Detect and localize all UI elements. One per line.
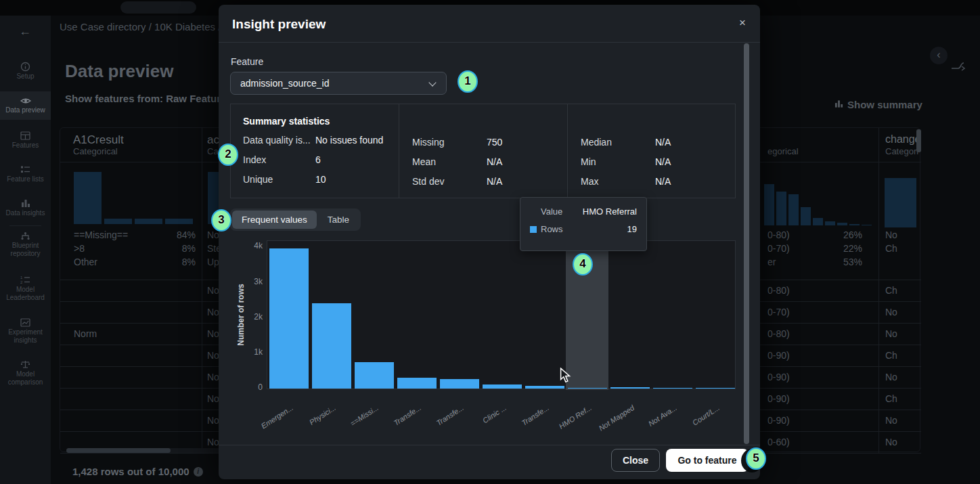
eye-icon	[20, 95, 31, 105]
stat-label: Std dev	[412, 176, 444, 187]
sidebar-item-setup[interactable]: Setup	[0, 62, 51, 81]
sidebar-item-data-insights[interactable]: Data insights	[0, 198, 51, 217]
freq-pct: 8%	[182, 243, 196, 254]
series-swatch	[530, 226, 537, 233]
sidebar-item-model-leaderboard[interactable]: 12 Model Leaderboard	[0, 275, 51, 302]
feature-select-value: admission_source_id	[240, 78, 330, 89]
svg-text:1: 1	[20, 276, 23, 280]
freq-label: ==Missing==	[74, 229, 128, 240]
go-to-feature-button[interactable]: Go to feature	[666, 449, 749, 472]
annotation-badge-2: 2	[218, 144, 238, 166]
modal-title: Insight preview	[232, 17, 326, 32]
tooltip-value: 19	[627, 224, 637, 234]
chart-bar[interactable]	[483, 384, 522, 389]
freq-label: Ch	[885, 243, 897, 254]
svg-text:2: 2	[20, 280, 23, 284]
chart-bar[interactable]	[696, 388, 735, 389]
branch-arrow-icon[interactable]	[950, 60, 966, 74]
sidebar-item-label: Setup	[0, 72, 51, 81]
scrollbar-thumb[interactable]	[66, 448, 171, 453]
chart-bar[interactable]	[568, 388, 607, 389]
feature-select[interactable]: admission_source_id	[230, 72, 447, 95]
y-axis-ticks: 4k 3k 2k 1k 0	[242, 240, 263, 389]
show-summary-button[interactable]: Show summary	[834, 99, 922, 110]
table-vertical-scrollbar[interactable]	[916, 129, 921, 152]
sidebar-item-feature-lists[interactable]: Feature lists	[0, 164, 51, 183]
stat-value: N/A	[487, 176, 502, 187]
chart-bar[interactable]	[653, 388, 692, 389]
freq-label: >8	[74, 243, 85, 254]
stat-value: N/A	[487, 156, 502, 167]
sidebar-item-model-comparison[interactable]: Model comparison	[0, 359, 51, 387]
sidebar-divider	[9, 225, 41, 226]
freq-pct: 22%	[843, 243, 862, 254]
sidebar-item-label: Data insights	[0, 209, 51, 217]
stat-label: Index	[243, 154, 266, 165]
chart-bar[interactable]	[397, 378, 437, 389]
annotation-badge-3: 3	[211, 209, 231, 232]
tab-frequent-values[interactable]: Frequent values	[232, 211, 317, 229]
column-header-change[interactable]: change	[885, 133, 921, 146]
freq-label: Up	[207, 257, 219, 267]
chart-bar[interactable]	[312, 303, 351, 389]
sidebar-item-blueprint-repository[interactable]: Blueprint repository	[0, 231, 51, 258]
column-header-ac[interactable]: ac	[207, 133, 219, 147]
chevron-down-icon	[428, 79, 436, 86]
line-chart-icon	[20, 317, 31, 327]
freq-label: er	[767, 257, 776, 267]
close-button[interactable]: Close	[611, 449, 660, 472]
tooltip-label: Rows	[541, 224, 563, 234]
sidebar-item-label: Model comparison	[0, 370, 51, 387]
feature-label: Feature	[231, 56, 263, 67]
stat-value: No issues found	[315, 135, 383, 146]
a1cresult-mini-histogram	[74, 170, 196, 224]
freq-pct: 26%	[843, 229, 862, 240]
bar-chart-icon	[834, 99, 843, 110]
breadcrumb[interactable]: Use Case directory / 10K Diabetes /	[60, 21, 221, 32]
collapse-panel-button[interactable]: ‹	[930, 47, 948, 64]
stat-value: N/A	[655, 176, 671, 187]
stat-label: Mean	[412, 156, 436, 167]
chart-bar[interactable]	[269, 248, 309, 389]
sidebar-item-experiment-insights[interactable]: Experiment insights	[0, 317, 51, 345]
info-icon	[20, 62, 31, 71]
tooltip-value: HMO Referral	[583, 206, 637, 217]
close-icon[interactable]: ×	[736, 16, 749, 30]
chart-bar[interactable]	[610, 387, 650, 389]
column-type: Categorical	[73, 146, 118, 156]
chart-bar[interactable]	[355, 362, 394, 389]
sidebar-item-features[interactable]: Features	[0, 131, 51, 150]
freq-pct: 8%	[182, 257, 196, 267]
info-icon[interactable]: i	[194, 467, 203, 477]
summary-title: Summary statistics	[243, 116, 330, 127]
frequent-values-chart[interactable]	[267, 240, 736, 389]
sidebar-item-data-preview[interactable]: Data preview	[0, 91, 51, 120]
app-root: ← Setup Data preview Features Feature li…	[0, 0, 980, 484]
column-header-a1cresult[interactable]: A1Cresult	[73, 133, 124, 147]
tab-table[interactable]: Table	[318, 211, 359, 229]
column-type-fragment: egorical	[767, 146, 799, 156]
annotation-badge-5: 5	[746, 447, 766, 470]
chart-bar[interactable]	[525, 386, 564, 389]
sidebar-item-label: Model Leaderboard	[0, 286, 51, 302]
stat-value: N/A	[655, 156, 671, 167]
chart-tooltip: ValueHMO Referral Rows19	[520, 197, 647, 251]
stat-label: Missing	[412, 137, 444, 148]
panel-divider	[567, 104, 568, 198]
modal-scrollbar[interactable]	[744, 43, 749, 444]
freq-label: 0-80)	[767, 229, 790, 240]
tooltip-label: Value	[541, 206, 562, 217]
topbar-button[interactable]	[120, 1, 196, 14]
chart-bar[interactable]	[440, 379, 479, 389]
stat-value: 6	[315, 154, 321, 165]
modal-footer-divider	[219, 445, 760, 445]
stat-label: Median	[581, 137, 612, 148]
features-filter[interactable]: Show features from: Raw Features	[65, 93, 219, 104]
list-icon	[20, 164, 31, 174]
panel-divider	[399, 104, 399, 198]
summary-statistics-panel: Summary statistics Data quality is...No …	[230, 104, 736, 198]
mouse-cursor	[560, 368, 571, 386]
back-button[interactable]: ←	[15, 21, 35, 41]
sidebar: ← Setup Data preview Features Feature li…	[0, 16, 51, 484]
stat-label: Data quality is...	[243, 135, 311, 146]
